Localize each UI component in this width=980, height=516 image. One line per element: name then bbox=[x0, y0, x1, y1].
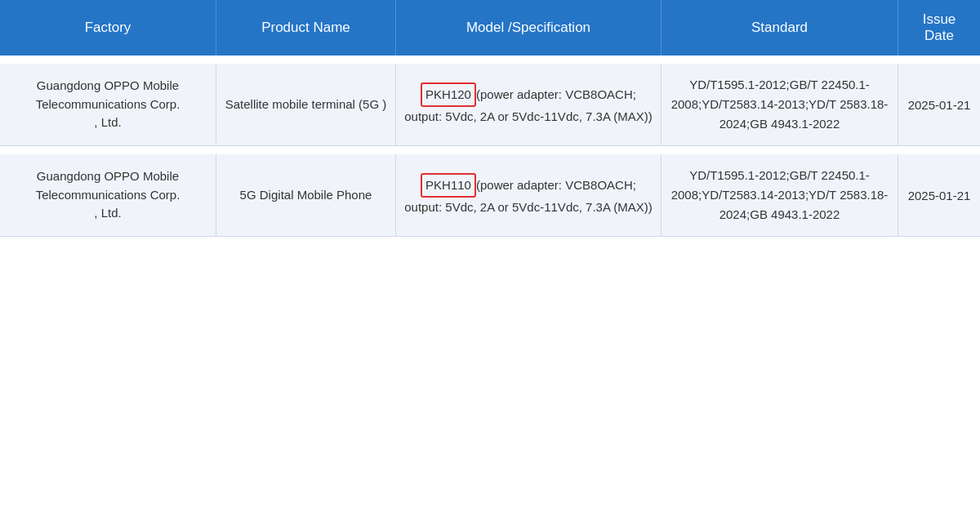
header-issue: Issue Date bbox=[898, 0, 980, 56]
row1-product: Satellite mobile terminal (5G ) bbox=[216, 64, 396, 145]
certification-table: Factory Product Name Model /Specificatio… bbox=[0, 0, 980, 245]
row2-factory: Guangdong OPPO Mobile Telecommunications… bbox=[0, 154, 216, 236]
row1-standard: YD/T1595.1-2012;GB/T 22450.1-2008;YD/T25… bbox=[662, 64, 898, 145]
row1-issue-date: 2025-01-21 bbox=[898, 64, 980, 145]
row2-model: PKH110(power adapter: VCB8OACH; output: … bbox=[396, 154, 662, 236]
row-separator-bottom bbox=[0, 237, 980, 245]
header-factory: Factory bbox=[0, 0, 216, 56]
header-model: Model /Specification bbox=[396, 0, 662, 56]
row1-model: PKH120(power adapter: VCB8OACH; output: … bbox=[396, 64, 662, 145]
row-separator-middle bbox=[0, 146, 980, 154]
header-standard: Standard bbox=[662, 0, 898, 56]
row2-product: 5G Digital Mobile Phone bbox=[216, 154, 396, 236]
header-product: Product Name bbox=[216, 0, 396, 56]
row-separator-top bbox=[0, 56, 980, 64]
table-row: Guangdong OPPO Mobile Telecommunications… bbox=[0, 64, 980, 146]
row2-standard: YD/T1595.1-2012;GB/T 22450.1-2008;YD/T25… bbox=[662, 154, 898, 236]
table-row: Guangdong OPPO Mobile Telecommunications… bbox=[0, 154, 980, 237]
model-code-badge: PKH110 bbox=[421, 173, 476, 198]
table-header: Factory Product Name Model /Specificatio… bbox=[0, 0, 980, 56]
model-code-badge: PKH120 bbox=[421, 82, 476, 107]
row2-issue-date: 2025-01-21 bbox=[898, 154, 980, 236]
row1-factory: Guangdong OPPO Mobile Telecommunications… bbox=[0, 64, 216, 145]
